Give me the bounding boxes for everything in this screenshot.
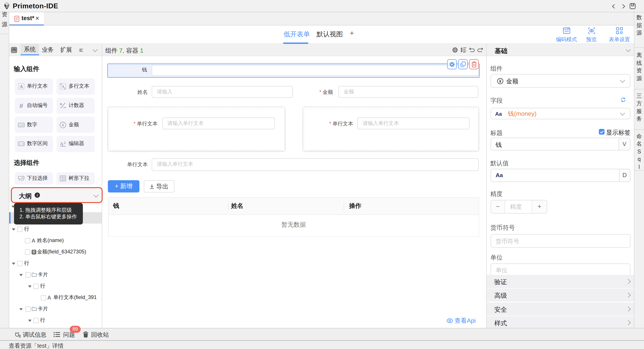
svg-text:123: 123 bbox=[19, 124, 23, 126]
svg-text:i: i bbox=[36, 193, 38, 197]
svg-text:A: A bbox=[60, 142, 63, 147]
svg-text:1~3: 1~3 bbox=[19, 143, 24, 146]
svg-text:A: A bbox=[62, 84, 64, 89]
svg-text:A: A bbox=[19, 84, 23, 90]
svg-text:¥: ¥ bbox=[62, 123, 64, 127]
svg-text:#: # bbox=[19, 102, 23, 109]
